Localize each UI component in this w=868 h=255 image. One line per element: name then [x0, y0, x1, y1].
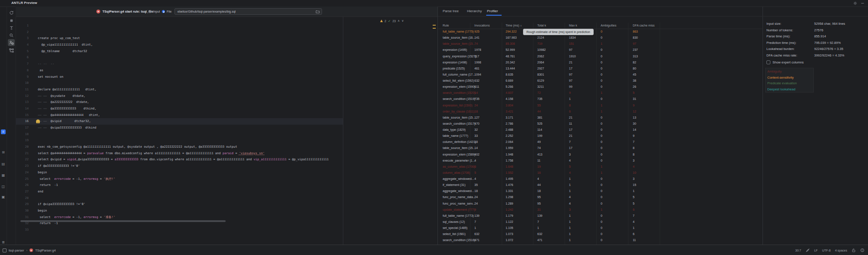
table-row[interactable]: table_name (1777)332.2521992109 [438, 133, 762, 139]
file-path-field[interactable]: ebelice/Github/tsql-parser/examples/big.… [174, 8, 322, 15]
table-row[interactable]: table_source_item (15...7485.30871915119… [438, 41, 762, 47]
tab-hierarchy[interactable]: Hierarchy [467, 7, 482, 16]
code-line[interactable]: 9set nocount on [16, 74, 343, 80]
table-row[interactable]: expression_list (1593)243.80455819 [438, 103, 762, 109]
table-row[interactable]: search_condition (1517)4702.78652511030 [438, 121, 762, 127]
table-row[interactable]: order_by_clause (1611)183.421446112 [438, 109, 762, 115]
code-line[interactable]: 14—— —— @a333333333333 dtkind, [16, 106, 343, 112]
code-line[interactable]: 8 as [16, 67, 343, 74]
table-row[interactable]: update_statement (777)91.24231316 [438, 207, 762, 213]
table-row[interactable]: sql_clauses (12)71.1227104 [438, 219, 762, 225]
table-row[interactable]: if_statement (31)351.476441015 [438, 182, 762, 188]
code-line[interactable]: 13—— —— @a2222222222 dtdate, [16, 99, 343, 106]
code-line[interactable]: 29if @vipa333333333333 !='0' [16, 201, 343, 208]
table-row[interactable]: func_proc_name_data...241.29895405 [438, 194, 762, 200]
file-radio[interactable] [162, 10, 165, 13]
code-line[interactable]: 20exec nb_com_getsysconfig @a11111111111… [16, 144, 343, 150]
breadcrumb-file[interactable]: TSqlParser.g4 [35, 248, 56, 252]
file-radio-label[interactable]: File [167, 7, 171, 17]
table-row[interactable]: column_definition (1421)182.06449707 [438, 139, 762, 145]
table-row[interactable]: table_source_item (15...141.959741708 [438, 145, 762, 151]
indent-indicator[interactable]: 4 spaces [835, 249, 847, 252]
code-line[interactable]: 30begin [16, 208, 343, 214]
unlock-icon[interactable] [852, 248, 856, 252]
profiler-icon[interactable] [8, 39, 15, 46]
code-line[interactable]: 26 return -1 [16, 182, 343, 189]
code-line[interactable]: 21select @a444444444444444 = paravalue f… [16, 150, 343, 157]
search-icon[interactable] [8, 32, 15, 39]
problems-stripe-icon[interactable]: ◫ [1, 184, 6, 189]
column-header-total-k[interactable]: Total k [537, 23, 546, 29]
code-line[interactable]: 4 @p_vipa1111111111111 dtint, [16, 42, 343, 48]
code-line[interactable]: 17—— —— @vipa333333333333 dtkind [16, 125, 343, 131]
horizontal-scrollbar[interactable] [20, 220, 226, 222]
code-line[interactable]: 5 @p_tblname dtchar32 [16, 48, 343, 55]
readonly-pen-icon[interactable] [806, 248, 810, 252]
encoding-indicator[interactable]: UTF-8 [822, 249, 831, 252]
code-line[interactable]: 25 select errorcode = -1, errormsg = '执行… [16, 176, 343, 182]
column-header-time-ms-[interactable]: Time (ms)∨ [506, 23, 522, 29]
code-line[interactable]: 22select @vipid = vipid,@vipa33333333333… [16, 156, 343, 163]
column-header-max-k[interactable]: Max k [569, 23, 577, 29]
stop-icon[interactable] [8, 17, 15, 24]
table-row[interactable]: execute_parameter (1...41.75811403 [438, 158, 762, 164]
table-row[interactable]: expression (1495)197852.99910982970237 [438, 47, 762, 53]
table-row[interactable]: search_condition (1516)4711.0724711011 [438, 237, 762, 243]
table-row[interactable]: set_special (1485)11.1051101 [438, 225, 762, 231]
find-stripe-icon[interactable]: ▤ [1, 162, 6, 166]
code-line[interactable]: 2 [16, 29, 343, 36]
next-chevron-icon[interactable]: ∨ [401, 19, 404, 23]
table-row[interactable]: expression_elem (1590)6115.266321199026 [438, 84, 762, 90]
table-row[interactable]: select_list_elem (1592)6326.669612997038 [438, 78, 762, 84]
error-stripe-mark[interactable] [433, 25, 436, 26]
code-line[interactable]: 15—— —— @a4444444444444444 dtint, [16, 112, 343, 119]
table-row[interactable]: predicate (1525)46113.444292717080 [438, 66, 762, 72]
minimize-icon[interactable] [861, 1, 865, 5]
prev-chevron-icon[interactable]: ∧ [398, 19, 400, 23]
code-line[interactable]: 27end [16, 189, 343, 195]
table-row[interactable]: aggregate_windowed...41.4954103 [438, 176, 762, 182]
line-ending-indicator[interactable]: LF [814, 249, 818, 252]
code-line[interactable]: 10 [16, 80, 343, 86]
expert-columns-label[interactable]: Show expert columns [773, 60, 804, 65]
gear-icon[interactable] [853, 1, 857, 5]
input-radio[interactable] [148, 10, 151, 13]
notifications-icon[interactable] [860, 248, 865, 252]
code-line[interactable]: 18 [16, 131, 343, 138]
column-header-ambiguities[interactable]: Ambiguities [601, 23, 616, 29]
expert-columns-checkbox[interactable] [766, 60, 770, 64]
tree-icon[interactable] [8, 47, 15, 54]
table-row[interactable]: func_proc_name_serv...241.28995405 [438, 201, 762, 207]
code-editor[interactable]: 123create proc up_com_test4 @p_vipa11111… [16, 17, 437, 245]
table-row[interactable]: expression_elem (1589)4021.948413308 [438, 152, 762, 158]
antlr-preview-stripe-icon[interactable]: ≡ [1, 129, 6, 134]
code-line[interactable]: 28 [16, 195, 343, 202]
code-line[interactable]: 7-- -- -- [16, 61, 343, 67]
terminal-stripe-icon[interactable]: ≣ [1, 240, 6, 245]
code-line[interactable]: 24begin [16, 169, 343, 176]
services-stripe-icon[interactable]: ▣ [1, 195, 6, 199]
code-line[interactable]: 11declare @a1111111111111 dtint, [16, 86, 343, 93]
table-row[interactable]: table_source_item (16...141167.983212418… [438, 35, 762, 41]
code-line[interactable]: 19 [16, 137, 343, 144]
tab-parse-tree[interactable]: Parse tree [443, 7, 459, 16]
column-header-invocations[interactable]: Invocations [474, 23, 490, 29]
code-line[interactable]: 1 [16, 23, 343, 29]
folder-icon[interactable] [316, 10, 320, 14]
stats-panel-divider[interactable] [763, 7, 763, 245]
code-line[interactable]: 12—— —— @sysdate dtdate, [16, 93, 343, 99]
breadcrumb-project[interactable]: tsql-parser [9, 248, 24, 252]
code-line[interactable]: 6 [16, 54, 343, 61]
table-row[interactable]: column_alias (1708)51.552164110 [438, 170, 762, 176]
table-row[interactable]: search_condition (1519)7354.1587351031 [438, 96, 762, 102]
table-row[interactable]: full_table_name (1773)1391.179139107 [438, 213, 762, 219]
editor-panel-divider[interactable] [437, 7, 438, 245]
structure-stripe-icon[interactable]: ⊞ [1, 150, 6, 155]
code-line[interactable]: 16—— —— @vipid dtchar32, [16, 118, 343, 125]
table-row[interactable]: table_source_item (15...1273.17138121013 [438, 115, 762, 121]
refresh-icon[interactable] [8, 9, 15, 16]
table-row[interactable]: aggregate_windowed...181.33118101 [438, 188, 762, 194]
code-line[interactable]: 31 select errorcode = -1, errormsg = '准备… [16, 214, 343, 221]
error-stripe-mark[interactable] [433, 28, 436, 29]
inspections-widget[interactable]: 2 ✓ 23 ∧ ∨ [380, 18, 404, 23]
